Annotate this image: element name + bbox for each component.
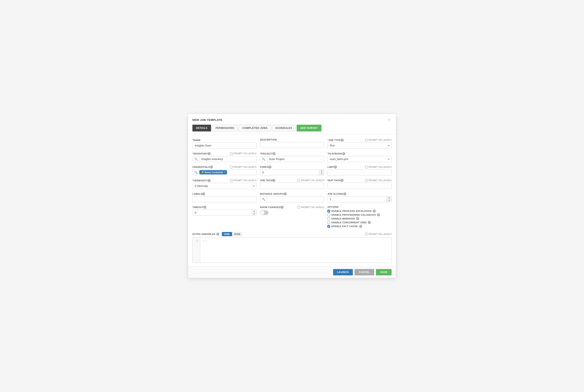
limit-input[interactable]: [327, 169, 392, 176]
verbosity-prompt-checkbox[interactable]: [230, 179, 233, 182]
extra-vars-help-icon[interactable]: ?: [216, 232, 219, 236]
option-concurrent-checkbox[interactable]: [327, 221, 330, 224]
project-input[interactable]: [267, 156, 324, 162]
extra-vars-label: EXTRA VARIABLES ? YAMLJSON: [192, 232, 242, 236]
skip-tags-prompt-label: PROMPT ON LAUNCH: [365, 179, 392, 182]
show-changes-prompt-checkbox[interactable]: [298, 206, 300, 208]
limit-prompt-label: PROMPT ON LAUNCH: [365, 166, 392, 168]
description-input[interactable]: [260, 142, 324, 148]
job-type-prompt-checkbox[interactable]: [365, 139, 368, 142]
credential-remove-button[interactable]: ×: [224, 171, 225, 174]
credentials-prompt-checkbox[interactable]: [230, 166, 233, 168]
job-tags-help-icon[interactable]: ?: [272, 179, 275, 182]
job-slicing-up-button[interactable]: ▲: [387, 196, 391, 200]
forks-up-button[interactable]: ▲: [319, 170, 324, 172]
project-search-button[interactable]: 🔍: [260, 156, 267, 162]
instance-groups-search-button[interactable]: 🔍: [260, 196, 267, 202]
verbosity-select[interactable]: 0 (Normal) 1 (Verbose) 2 (More Verbose) …: [192, 183, 257, 189]
job-tags-prompt-checkbox[interactable]: [298, 179, 300, 182]
forks-label: FORKS: [260, 166, 269, 168]
verbosity-help-icon[interactable]: ?: [208, 179, 211, 182]
limit-prompt-checkbox[interactable]: [365, 166, 368, 168]
inventory-help-icon[interactable]: ?: [208, 152, 211, 155]
option-privilege-escalation: ENABLE PRIVILEGE ESCALATION ?: [327, 210, 392, 212]
tab-completed-jobs[interactable]: COMPLETED JOBS: [239, 125, 271, 132]
job-tags-label: JOB TAGS: [260, 179, 272, 182]
format-json-button[interactable]: JSON: [232, 232, 242, 236]
option-webhook-checkbox[interactable]: [327, 218, 330, 220]
name-input[interactable]: [192, 142, 257, 148]
field-instance-groups: INSTANCE GROUPS ? 🔍: [260, 192, 324, 202]
option-provisioning-help-icon[interactable]: ?: [377, 213, 380, 216]
field-skip-tags: SKIP TAGS ? PROMPT ON LAUNCH: [327, 179, 392, 189]
show-changes-toggle[interactable]: [260, 210, 268, 215]
job-tags-input[interactable]: [260, 183, 324, 189]
job-type-select[interactable]: Run Check: [327, 142, 392, 148]
extra-vars-prompt-checkbox[interactable]: [365, 233, 368, 235]
tab-schedules[interactable]: SCHEDULES: [272, 125, 296, 132]
option-fact-cache-checkbox[interactable]: [327, 225, 330, 228]
option-privilege-checkbox[interactable]: [327, 210, 330, 212]
close-button[interactable]: ×: [387, 118, 392, 122]
extra-vars-prompt-label: PROMPT ON LAUNCH: [365, 233, 392, 235]
instance-groups-input[interactable]: [267, 196, 324, 202]
format-yaml-button[interactable]: YAML: [222, 232, 232, 236]
timeout-label: TIMEOUT: [192, 206, 203, 208]
skip-tags-input[interactable]: [327, 183, 392, 189]
job-slicing-help-icon[interactable]: ?: [343, 192, 346, 195]
option-concurrent-help-icon[interactable]: ?: [368, 221, 371, 224]
show-changes-help-icon[interactable]: ?: [280, 206, 283, 209]
timeout-up-button[interactable]: ▲: [252, 210, 256, 213]
field-project: * PROJECT ? 🔍: [260, 152, 324, 162]
inventory-input[interactable]: [200, 156, 256, 162]
job-slicing-input[interactable]: [328, 196, 387, 202]
inventory-search-button[interactable]: 🔍: [193, 156, 200, 162]
tab-details[interactable]: DETAILS: [192, 125, 211, 132]
skip-tags-prompt-checkbox[interactable]: [365, 179, 368, 182]
labels-input[interactable]: [192, 196, 257, 202]
credential-tag-label: Demo Credential: [204, 171, 223, 174]
name-label: NAME: [193, 139, 201, 142]
limit-label: LIMIT: [327, 166, 334, 168]
inventory-prompt-checkbox[interactable]: [230, 152, 233, 155]
project-help-icon[interactable]: ?: [272, 152, 275, 155]
timeout-input[interactable]: [193, 210, 252, 216]
tab-permissions[interactable]: PERMISSIONS: [212, 125, 238, 132]
field-job-type: * JOB TYPE ? PROMPT ON LAUNCH Run Check: [327, 138, 392, 148]
credentials-field[interactable]: 🔍 🔑 Demo Credential ×: [192, 169, 257, 175]
playbook-help-icon[interactable]: ?: [342, 152, 345, 155]
forks-help-icon[interactable]: ?: [268, 166, 271, 168]
save-button[interactable]: SAVE: [376, 269, 392, 275]
launch-button[interactable]: LAUNCH: [333, 269, 353, 275]
code-content-area[interactable]: ---: [200, 238, 391, 263]
field-description: DESCRIPTION: [260, 138, 324, 148]
job-type-label: JOB TYPE: [329, 139, 341, 142]
labels-help-icon[interactable]: ?: [202, 192, 205, 195]
option-fact-cache-help-icon[interactable]: ?: [359, 225, 362, 228]
option-privilege-help-icon[interactable]: ?: [373, 210, 376, 212]
forks-input[interactable]: [260, 170, 319, 175]
extra-vars-label-row: EXTRA VARIABLES ? YAMLJSON PROMPT ON LAU…: [192, 232, 392, 236]
cancel-button[interactable]: CANCEL: [355, 269, 374, 275]
forks-down-button[interactable]: ▼: [319, 172, 324, 175]
job-type-help-icon[interactable]: ?: [341, 139, 344, 142]
description-label: DESCRIPTION: [260, 138, 277, 141]
limit-help-icon[interactable]: ?: [334, 166, 337, 168]
row-credentials-forks-limit: CREDENTIALS ? PROMPT ON LAUNCH 🔍 🔑 Demo …: [192, 166, 392, 176]
credentials-help-icon[interactable]: ?: [210, 166, 213, 168]
option-provisioning-checkbox[interactable]: [327, 214, 330, 216]
playbook-select[interactable]: scan_facts.yml: [327, 156, 392, 162]
timeout-down-button[interactable]: ▼: [252, 213, 256, 216]
field-verbosity: * VERBOSITY ? PROMPT ON LAUNCH 0 (Normal…: [192, 179, 257, 189]
skip-tags-help-icon[interactable]: ?: [341, 179, 344, 182]
instance-groups-help-icon[interactable]: ?: [284, 192, 287, 195]
modal-header: NEW JOB TEMPLATE ×: [188, 114, 396, 122]
option-webhook-help-icon[interactable]: ?: [356, 217, 359, 220]
timeout-help-icon[interactable]: ?: [203, 206, 206, 209]
credentials-search-button[interactable]: 🔍: [194, 170, 198, 174]
tab-add-survey[interactable]: ADD SURVEY: [297, 125, 322, 132]
playbook-select-wrapper: scan_facts.yml: [327, 156, 392, 162]
skip-tags-label: SKIP TAGS: [327, 179, 341, 182]
row-timeout-showchanges-options: TIMEOUT ? ▲ ▼ SHOW CHANGES ?: [192, 206, 392, 228]
job-slicing-down-button[interactable]: ▼: [387, 200, 391, 202]
